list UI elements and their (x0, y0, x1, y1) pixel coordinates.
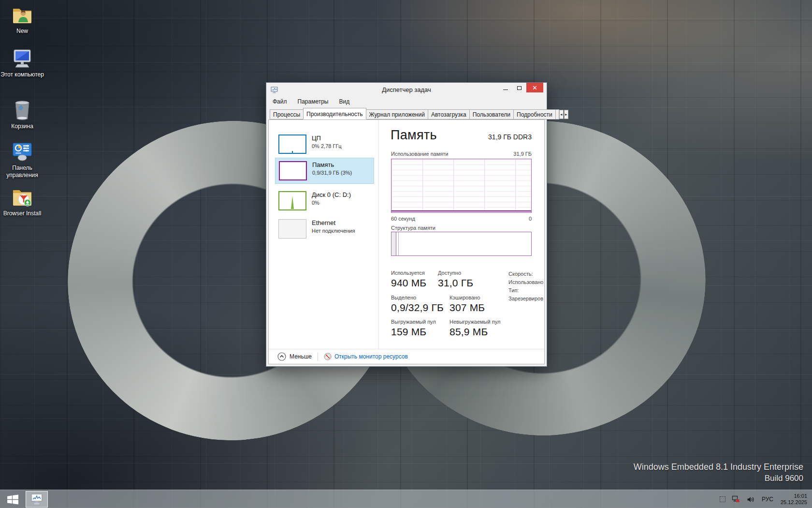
menu-file[interactable]: Файл (273, 98, 287, 106)
stat-value: 85,9 МБ (450, 326, 500, 338)
desktop-icon-new[interactable]: New (0, 4, 44, 35)
sidebar-ethernet-title: Ethernet (312, 219, 355, 227)
computer-icon (11, 48, 34, 70)
network-error-icon (732, 495, 740, 503)
windows-logo-icon (6, 493, 19, 506)
stat-available: Доступно 31,0 ГБ (438, 270, 473, 289)
panel-title: Память (391, 128, 437, 143)
info-type-label: Тип: (508, 286, 543, 295)
tab-users[interactable]: Пользователи (469, 109, 514, 120)
task-manager-window: Диспетчер задач ✕ Файл Параметры Вид Про… (266, 82, 547, 367)
maximize-button[interactable] (512, 83, 526, 92)
taskbar-app-task-manager[interactable] (26, 491, 48, 508)
info-slots-label: Использовано гнезд: (508, 278, 543, 286)
maximize-icon (517, 86, 522, 90)
sidebar-disk-title: Диск 0 (C: D:) (312, 191, 351, 199)
show-hidden-icons-button[interactable] (720, 496, 725, 502)
memory-composition-bar (391, 232, 532, 256)
tab-details[interactable]: Подробности (513, 109, 556, 120)
memory-panel: Память 31,9 ГБ DDR3 Использование памяти… (378, 120, 544, 349)
arrow-right-icon: ► (565, 113, 568, 116)
sidebar-item-disk[interactable]: Диск 0 (C: D:) 0% (275, 188, 374, 213)
window-titlebar[interactable]: Диспетчер задач ✕ (266, 83, 547, 97)
composition-inuse-segment (392, 232, 396, 255)
close-button[interactable]: ✕ (526, 83, 543, 92)
tab-app-history[interactable]: Журнал приложений (366, 109, 428, 120)
desktop-icon-recycle-bin[interactable]: Корзина (0, 98, 44, 130)
usage-chart-label: Использование памяти (391, 151, 448, 157)
menu-bar: Файл Параметры Вид (266, 97, 547, 108)
tab-services-truncated[interactable]: С. (555, 109, 559, 120)
folder-user-icon (11, 4, 33, 26)
open-resource-monitor-link[interactable]: Открыть монитор ресурсов (324, 353, 408, 360)
recycle-bin-icon (12, 98, 33, 121)
sidebar-memory-subtitle: 0,9/31,9 ГБ (3%) (312, 169, 352, 176)
resource-monitor-icon (324, 353, 332, 360)
stat-paged-pool: Выгружаемый пул 159 МБ (391, 319, 436, 338)
info-speed-label: Скорость: (508, 270, 543, 278)
memory-capacity: 31,9 ГБ DDR3 (488, 133, 532, 141)
close-icon: ✕ (532, 85, 537, 91)
hidden-icons-icon (720, 496, 725, 502)
desktop-icon-control-panel[interactable]: Панель управления (0, 142, 44, 179)
composition-label: Структура памяти (391, 225, 435, 231)
stat-value: 0,9/32,9 ГБ (391, 302, 444, 314)
cpu-trace (292, 151, 293, 153)
stat-cached: Кэшировано 307 МБ (450, 295, 485, 314)
usage-chart-max: 31,9 ГБ (513, 151, 532, 157)
sidebar-item-cpu[interactable]: ЦП 0% 2,78 ГГц (275, 132, 374, 157)
stat-label: Выделено (391, 295, 444, 300)
tab-scroll-right-button[interactable]: ► (564, 110, 568, 119)
stat-value: 159 МБ (391, 326, 436, 338)
info-reserved-label: Зарезервировано ап... (508, 295, 543, 303)
tab-performance[interactable]: Производительность (303, 108, 366, 120)
sidebar-item-ethernet[interactable]: Ethernet Нет подключения (275, 216, 374, 241)
memory-usage-graph (391, 159, 532, 213)
desktop-icon-browser-install[interactable]: Browser Install (0, 186, 44, 217)
disk-thumbnail (278, 191, 306, 210)
sidebar-memory-title: Память (312, 161, 352, 169)
start-button[interactable] (4, 493, 21, 506)
ethernet-thumbnail (278, 219, 306, 239)
desktop-icon-this-pc[interactable]: Этот компьютер (0, 48, 44, 78)
system-tray: РУС 16:01 25.12.2025 (720, 490, 807, 508)
menu-options[interactable]: Параметры (298, 98, 329, 106)
stat-value: 307 МБ (450, 302, 485, 314)
desktop-icon-label: Панель управления (0, 164, 44, 179)
sidebar-ethernet-subtitle: Нет подключения (312, 227, 355, 234)
volume-button[interactable] (747, 496, 754, 503)
memory-usage-trace (392, 210, 531, 212)
taskmanager-taskbar-icon (30, 493, 43, 505)
minimize-button[interactable] (498, 83, 512, 92)
sidebar-item-memory[interactable]: Память 0,9/31,9 ГБ (3%) (275, 158, 374, 184)
stat-nonpaged-pool: Невыгружаемый пул 85,9 МБ (450, 319, 500, 338)
stat-committed: Выделено 0,9/32,9 ГБ (391, 295, 444, 314)
resource-monitor-label: Открыть монитор ресурсов (334, 353, 408, 360)
stat-value: 940 МБ (391, 277, 426, 289)
tab-strip: Процессы Производительность Журнал прило… (266, 108, 547, 120)
clock-time: 16:01 (781, 493, 807, 499)
arrow-left-icon: ◄ (560, 113, 563, 116)
tab-scroll-left-button[interactable]: ◄ (559, 110, 564, 119)
disk-trace (291, 196, 294, 209)
fewer-details-label: Меньше (290, 353, 312, 360)
watermark-edition: Windows Embedded 8.1 Industry Enterprise (634, 462, 803, 472)
cpu-thumbnail (278, 134, 306, 154)
network-status-button[interactable] (732, 495, 740, 503)
menu-view[interactable]: Вид (339, 98, 349, 106)
tab-processes[interactable]: Процессы (270, 109, 304, 120)
taskbar-clock[interactable]: 16:01 25.12.2025 (781, 493, 807, 506)
tab-startup[interactable]: Автозагрузка (428, 109, 470, 120)
stat-label: Доступно (438, 270, 473, 276)
fewer-details-button[interactable]: Меньше (277, 352, 312, 361)
performance-page: ЦП 0% 2,78 ГГц Память 0,9/31,9 ГБ (3%) Д… (268, 120, 545, 364)
minimize-icon (503, 90, 508, 90)
stat-in-use: Используется 940 МБ (391, 270, 426, 289)
sidebar-disk-subtitle: 0% (312, 199, 351, 206)
language-indicator[interactable]: РУС (761, 496, 774, 503)
desktop-icon-label: Корзина (0, 123, 44, 130)
sidebar-cpu-title: ЦП (312, 134, 342, 142)
sidebar-cpu-subtitle: 0% 2,78 ГГц (312, 143, 342, 149)
desktop-icon-label: Browser Install (0, 210, 44, 217)
clock-date: 25.12.2025 (781, 499, 807, 506)
